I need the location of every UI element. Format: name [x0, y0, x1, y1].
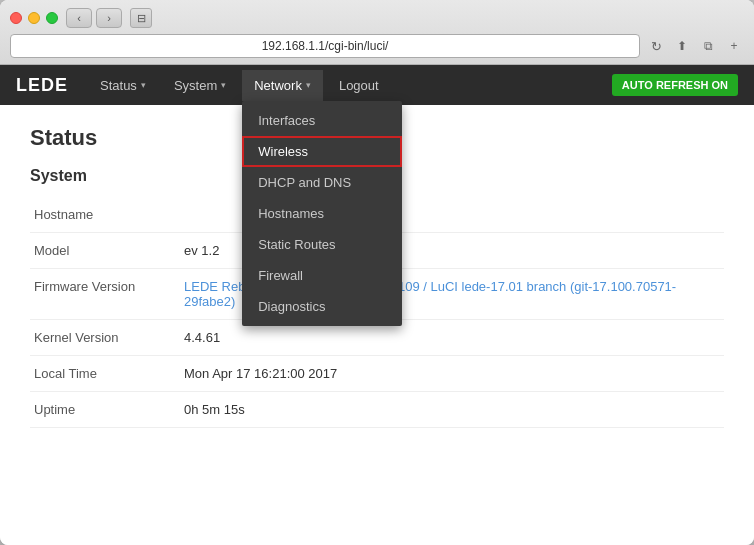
network-dropdown-container: Network ▾ Interfaces Wireless DHCP and D…: [242, 70, 323, 101]
localtime-label: Local Time: [30, 356, 180, 392]
close-button[interactable]: [10, 12, 22, 24]
address-bar-row: 192.168.1.1/cgi-bin/luci/ ↻ ⬆ ⧉ +: [10, 34, 744, 58]
nav-item-status[interactable]: Status ▾: [88, 70, 158, 101]
browser-window: ‹ › ⊟ 192.168.1.1/cgi-bin/luci/ ↻ ⬆ ⧉ + …: [0, 0, 754, 545]
dropdown-item-diagnostics[interactable]: Diagnostics: [242, 291, 402, 322]
minimize-button[interactable]: [28, 12, 40, 24]
forward-button[interactable]: ›: [96, 8, 122, 28]
uptime-value: 0h 5m 15s: [180, 392, 724, 428]
auto-refresh-button[interactable]: AUTO REFRESH ON: [612, 74, 738, 96]
share-button[interactable]: ⬆: [672, 36, 692, 56]
fullscreen-button[interactable]: [46, 12, 58, 24]
address-bar[interactable]: 192.168.1.1/cgi-bin/luci/: [10, 34, 640, 58]
brand-logo: LEDE: [16, 75, 68, 96]
status-label: Status: [100, 78, 137, 93]
titlebar: ‹ › ⊟: [10, 8, 744, 28]
nav-item-logout[interactable]: Logout: [327, 70, 391, 101]
network-arrow-icon: ▾: [306, 80, 311, 90]
dropdown-item-wireless[interactable]: Wireless: [242, 136, 402, 167]
network-dropdown-menu: Interfaces Wireless DHCP and DNS Hostnam…: [242, 101, 402, 326]
dropdown-item-hostnames[interactable]: Hostnames: [242, 198, 402, 229]
page-content: LEDE Status ▾ System ▾ Network ▾: [0, 65, 754, 545]
top-nav: LEDE Status ▾ System ▾ Network ▾: [0, 65, 754, 105]
reader-button[interactable]: ⊟: [130, 8, 152, 28]
browser-chrome: ‹ › ⊟ 192.168.1.1/cgi-bin/luci/ ↻ ⬆ ⧉ +: [0, 0, 754, 65]
table-row: Uptime 0h 5m 15s: [30, 392, 724, 428]
dropdown-item-interfaces[interactable]: Interfaces: [242, 105, 402, 136]
new-tab-button[interactable]: +: [724, 36, 744, 56]
refresh-button[interactable]: ↻: [646, 36, 666, 56]
model-label: Model: [30, 233, 180, 269]
kernel-label: Kernel Version: [30, 320, 180, 356]
nav-item-network[interactable]: Network ▾: [242, 70, 323, 101]
localtime-value: Mon Apr 17 16:21:00 2017: [180, 356, 724, 392]
dropdown-item-firewall[interactable]: Firewall: [242, 260, 402, 291]
nav-items: Status ▾ System ▾ Network ▾ Interfaces W…: [88, 70, 612, 101]
url-text: 192.168.1.1/cgi-bin/luci/: [262, 39, 389, 53]
uptime-label: Uptime: [30, 392, 180, 428]
back-button[interactable]: ‹: [66, 8, 92, 28]
nav-item-system[interactable]: System ▾: [162, 70, 238, 101]
system-arrow-icon: ▾: [221, 80, 226, 90]
network-label: Network: [254, 78, 302, 93]
traffic-lights: [10, 12, 58, 24]
dropdown-item-dhcp-dns[interactable]: DHCP and DNS: [242, 167, 402, 198]
dropdown-item-static-routes[interactable]: Static Routes: [242, 229, 402, 260]
expand-button[interactable]: ⧉: [698, 36, 718, 56]
table-row: Local Time Mon Apr 17 16:21:00 2017: [30, 356, 724, 392]
system-label: System: [174, 78, 217, 93]
hostname-label: Hostname: [30, 197, 180, 233]
firmware-label: Firmware Version: [30, 269, 180, 320]
status-arrow-icon: ▾: [141, 80, 146, 90]
logout-label: Logout: [339, 78, 379, 93]
nav-buttons: ‹ ›: [66, 8, 122, 28]
